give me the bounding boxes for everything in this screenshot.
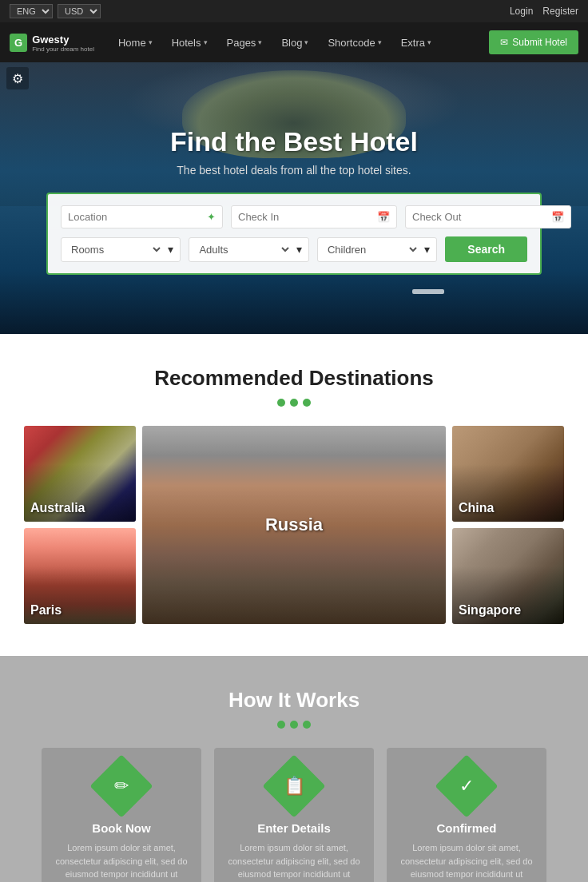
calendar-icon: 📅 xyxy=(377,211,390,223)
how-header: How It Works xyxy=(24,688,564,729)
singapore-overlay: Singapore xyxy=(452,566,564,624)
how-dots xyxy=(24,721,564,729)
paris-overlay: Paris xyxy=(24,566,136,624)
chevron-down-icon: ▾ xyxy=(304,38,308,46)
submit-icon: ✉ xyxy=(500,37,508,48)
chevron-down-icon: ▾ xyxy=(296,243,302,256)
china-overlay: China xyxy=(452,464,564,522)
checkout-field[interactable]: 📅 xyxy=(405,205,571,228)
checkin-input[interactable] xyxy=(238,211,372,223)
nav-pages[interactable]: Pages ▾ xyxy=(219,30,271,55)
adults-select-wrap[interactable]: Adults 1 2 3 ▾ xyxy=(189,237,308,262)
confirmed-title: Confirmed xyxy=(399,821,534,835)
hero-content: Find the Best Hotel The best hotel deals… xyxy=(0,62,588,275)
russia-overlay: Russia xyxy=(142,426,446,624)
details-title: Enter Details xyxy=(227,821,361,835)
location-icon: ✦ xyxy=(207,211,216,223)
hero-title: Find the Best Hotel xyxy=(0,126,588,157)
adults-select[interactable]: Adults 1 2 3 xyxy=(196,243,291,256)
australia-label: Australia xyxy=(30,501,85,515)
nav-blog[interactable]: Blog ▾ xyxy=(273,30,316,55)
singapore-label: Singapore xyxy=(459,603,521,618)
destination-russia[interactable]: Russia xyxy=(142,426,446,624)
book-title: Book Now xyxy=(54,821,189,835)
how-card-details: 📋 Enter Details Lorem ipsum dolor sit am… xyxy=(214,748,374,882)
chevron-down-icon: ▾ xyxy=(149,38,153,46)
language-select[interactable]: ENG FR DE xyxy=(10,4,53,18)
recommended-title: Recommended Destinations xyxy=(24,366,564,391)
chevron-down-icon: ▾ xyxy=(258,38,262,46)
top-bar: ENG FR DE USD EUR GBP Login Register xyxy=(0,0,588,22)
chevron-down-icon: ▾ xyxy=(168,243,173,256)
children-select[interactable]: Children 0 1 2 xyxy=(324,243,419,256)
children-select-wrap[interactable]: Children 0 1 2 ▾ xyxy=(317,237,437,262)
search-row-2: Rooms 1 2 3 ▾ Adults 1 2 3 ▾ xyxy=(61,236,527,262)
nav-hotels[interactable]: Hotels ▾ xyxy=(164,30,216,55)
dot-2 xyxy=(290,399,298,407)
hero-boat-decoration xyxy=(412,289,444,294)
details-icon: 📋 xyxy=(284,776,305,797)
calendar-icon: 📅 xyxy=(551,211,564,223)
hero-subtitle: The best hotel deals from all the top ho… xyxy=(0,164,588,177)
australia-overlay: Australia xyxy=(24,464,136,522)
how-dot-3 xyxy=(303,721,311,729)
checkin-field[interactable]: 📅 xyxy=(231,205,397,228)
recommended-section: Recommended Destinations Australia Russi… xyxy=(0,334,588,656)
nav-extra[interactable]: Extra ▾ xyxy=(393,30,439,55)
destination-china[interactable]: China xyxy=(452,426,564,522)
how-cards: ✏ Book Now Lorem ipsum dolor sit amet, c… xyxy=(24,748,564,882)
chevron-down-icon: ▾ xyxy=(378,38,382,46)
dot-3 xyxy=(303,399,311,407)
book-icon: ✏ xyxy=(114,776,129,797)
logo[interactable]: G Gwesty Find your dream hotel xyxy=(10,33,94,53)
location-input[interactable] xyxy=(68,211,202,223)
top-bar-right: Login Register xyxy=(510,6,578,17)
navbar: G Gwesty Find your dream hotel Home ▾ Ho… xyxy=(0,22,588,62)
search-box: ✦ 📅 📅 Rooms 1 2 3 xyxy=(46,193,542,275)
how-card-confirmed: ✓ Confirmed Lorem ipsum dolor sit amet, … xyxy=(387,748,546,882)
top-bar-left: ENG FR DE USD EUR GBP xyxy=(10,4,101,18)
logo-icon: G xyxy=(10,34,27,52)
destination-australia[interactable]: Australia xyxy=(24,426,136,522)
chevron-down-icon: ▾ xyxy=(427,38,431,46)
register-link[interactable]: Register xyxy=(542,6,578,17)
settings-icon[interactable]: ⚙ xyxy=(6,67,29,89)
paris-label: Paris xyxy=(30,603,62,618)
check-icon: ✓ xyxy=(459,776,474,797)
rooms-select-wrap[interactable]: Rooms 1 2 3 ▾ xyxy=(61,237,181,262)
currency-select[interactable]: USD EUR GBP xyxy=(58,4,101,18)
destination-singapore[interactable]: Singapore xyxy=(452,528,564,624)
section-dots xyxy=(24,399,564,407)
logo-text-wrap: Gwesty Find your dream hotel xyxy=(32,33,94,53)
how-it-works-section: How It Works ✏ Book Now Lorem ipsum dolo… xyxy=(0,656,588,882)
chevron-down-icon: ▾ xyxy=(204,38,208,46)
confirmed-icon-wrap: ✓ xyxy=(435,754,498,817)
rooms-select[interactable]: Rooms 1 2 3 xyxy=(68,243,163,256)
dot-1 xyxy=(277,399,285,407)
logo-name: Gwesty xyxy=(32,34,69,46)
chevron-down-icon: ▾ xyxy=(424,243,430,256)
destinations-grid: Australia Russia China Paris xyxy=(24,426,564,624)
submit-hotel-button[interactable]: ✉ Submit Hotel xyxy=(489,30,578,54)
nav-home[interactable]: Home ▾ xyxy=(110,30,161,55)
russia-label: Russia xyxy=(265,514,323,535)
how-title: How It Works xyxy=(24,688,564,713)
location-field[interactable]: ✦ xyxy=(61,205,223,228)
nav-items: Home ▾ Hotels ▾ Pages ▾ Blog ▾ Shortcode… xyxy=(110,30,489,55)
china-label: China xyxy=(459,501,494,515)
confirmed-text: Lorem ipsum dolor sit amet, consectetur … xyxy=(399,841,534,882)
book-icon-wrap: ✏ xyxy=(89,754,153,817)
how-card-book: ✏ Book Now Lorem ipsum dolor sit amet, c… xyxy=(42,748,201,882)
destination-paris[interactable]: Paris xyxy=(24,528,136,624)
login-link[interactable]: Login xyxy=(510,6,533,17)
book-text: Lorem ipsum dolor sit amet, consectetur … xyxy=(54,841,189,882)
details-icon-wrap: 📋 xyxy=(262,754,325,817)
hero-section: ⚙ Find the Best Hotel The best hotel dea… xyxy=(0,62,588,334)
search-row-1: ✦ 📅 📅 xyxy=(61,205,527,228)
how-dot-2 xyxy=(290,721,298,729)
nav-shortcode[interactable]: Shortcode ▾ xyxy=(320,30,389,55)
search-button[interactable]: Search xyxy=(445,236,527,262)
checkout-input[interactable] xyxy=(412,211,546,223)
details-text: Lorem ipsum dolor sit amet, consectetur … xyxy=(227,841,361,882)
logo-sub: Find your dream hotel xyxy=(32,46,94,53)
